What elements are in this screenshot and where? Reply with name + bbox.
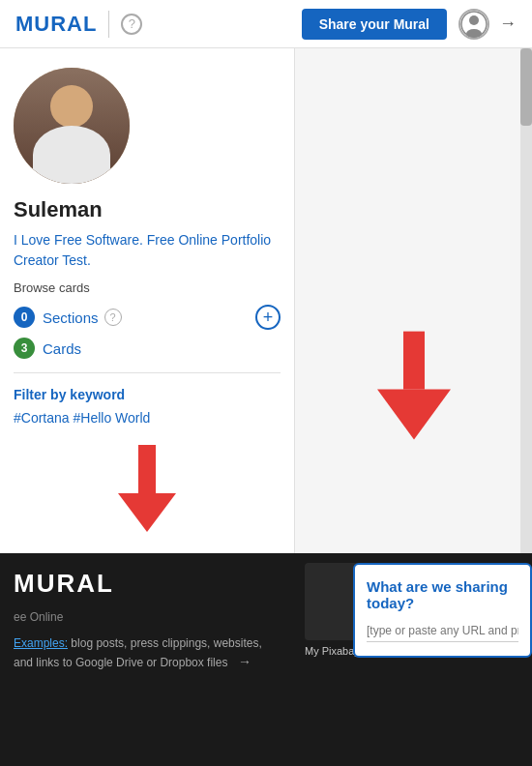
filter-label: Filter by keyword [14, 387, 281, 402]
sections-label[interactable]: Sections [43, 309, 99, 326]
card-thumb-label: My Pixabay [305, 645, 360, 657]
share-mural-button[interactable]: Share your Mural [302, 9, 447, 40]
url-input[interactable] [367, 624, 518, 642]
header-divider [108, 11, 109, 38]
help-icon[interactable]: ? [121, 14, 142, 35]
logout-icon[interactable]: → [499, 14, 517, 34]
filter-keyword: keyword [70, 387, 125, 402]
left-arrow-container [14, 445, 281, 532]
profile-bio: I Love Free Software. Free Online Portfo… [14, 230, 281, 271]
header: MURAL ? Share your Mural → [0, 0, 532, 48]
cards-row: 3 Cards [14, 338, 281, 359]
bottom-left: MURAL ee Online Examples: blog posts, pr… [0, 553, 295, 766]
url-popup: What are we sharing today? [353, 563, 532, 658]
avatar[interactable] [458, 9, 489, 40]
url-popup-title: What are we sharing today? [367, 578, 518, 611]
bottom-right: My Pixabay What are we sharing today? [295, 553, 532, 766]
profile-avatar [14, 68, 130, 184]
bottom-examples: Examples: blog posts, press clippings, w… [14, 633, 281, 670]
sections-help-icon[interactable]: ? [104, 309, 122, 326]
divider [14, 372, 281, 373]
examples-link[interactable]: Examples: [14, 636, 68, 650]
browse-cards-label: Browse cards [14, 280, 281, 295]
bottom-gray-text: ee Online [14, 610, 281, 624]
cards-count-badge: 3 [14, 338, 35, 359]
left-arrow-head [118, 493, 176, 532]
bottom-logo: MURAL [14, 569, 281, 599]
right-arrow-shaft [403, 332, 425, 390]
profile-name: Suleman [14, 197, 281, 222]
filter-label-static: Filter by [14, 387, 70, 402]
right-arrow-container [377, 332, 451, 440]
avatar-image [14, 68, 130, 184]
bottom-arrow-right: → [238, 654, 251, 669]
logo: MURAL [15, 12, 97, 37]
svg-point-2 [466, 29, 482, 38]
left-arrow-shaft [138, 445, 156, 493]
right-arrow-head [377, 390, 451, 440]
bottom-section: MURAL ee Online Examples: blog posts, pr… [0, 553, 532, 766]
sections-row: 0 Sections ? + [14, 305, 281, 330]
sections-count-badge: 0 [14, 307, 35, 328]
add-section-button[interactable]: + [255, 305, 281, 330]
cards-label[interactable]: Cards [43, 340, 81, 357]
filter-tags[interactable]: #Cortana #Hello World [14, 410, 281, 426]
left-red-arrow [118, 445, 176, 532]
scroll-thumb[interactable] [520, 48, 532, 126]
svg-point-1 [469, 15, 479, 25]
